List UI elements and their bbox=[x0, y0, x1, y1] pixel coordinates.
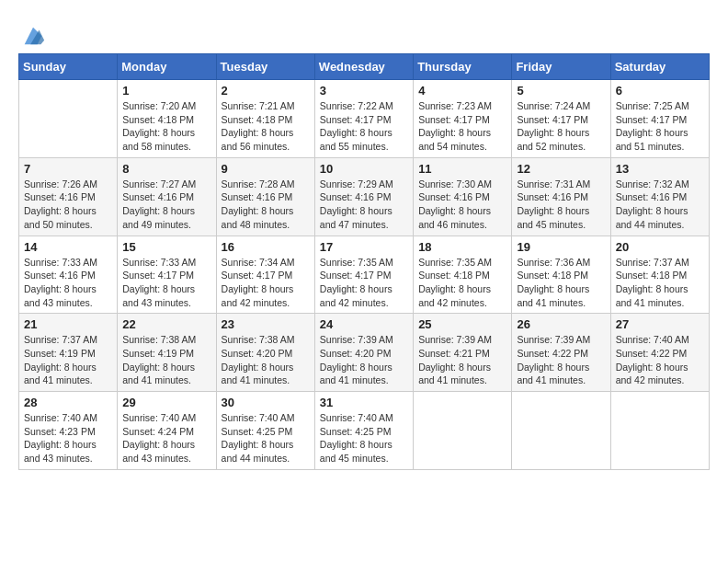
day-info: Sunrise: 7:38 AMSunset: 4:20 PMDaylight:… bbox=[222, 333, 310, 387]
calendar-cell: 29Sunrise: 7:40 AMSunset: 4:24 PMDayligh… bbox=[118, 392, 216, 470]
day-number: 8 bbox=[122, 162, 210, 176]
calendar-cell: 5Sunrise: 7:24 AMSunset: 4:17 PMDaylight… bbox=[512, 80, 610, 158]
day-number: 31 bbox=[320, 396, 408, 409]
day-number: 12 bbox=[517, 162, 605, 176]
calendar-cell: 27Sunrise: 7:40 AMSunset: 4:22 PMDayligh… bbox=[610, 314, 709, 392]
day-info: Sunrise: 7:30 AMSunset: 4:16 PMDaylight:… bbox=[418, 178, 506, 232]
day-info: Sunrise: 7:26 AMSunset: 4:16 PMDaylight:… bbox=[24, 178, 112, 232]
day-number: 11 bbox=[418, 162, 506, 176]
day-info: Sunrise: 7:40 AMSunset: 4:22 PMDaylight:… bbox=[616, 333, 704, 387]
weekday-header: Wednesday bbox=[314, 54, 413, 80]
calendar-cell: 30Sunrise: 7:40 AMSunset: 4:25 PMDayligh… bbox=[216, 392, 314, 470]
day-number: 7 bbox=[24, 162, 112, 176]
calendar-cell: 25Sunrise: 7:39 AMSunset: 4:21 PMDayligh… bbox=[414, 314, 512, 392]
day-info: Sunrise: 7:40 AMSunset: 4:25 PMDaylight:… bbox=[222, 411, 310, 465]
day-number: 27 bbox=[616, 317, 704, 331]
day-number: 25 bbox=[418, 317, 506, 331]
day-info: Sunrise: 7:39 AMSunset: 4:20 PMDaylight:… bbox=[320, 333, 408, 387]
calendar-week-row: 14Sunrise: 7:33 AMSunset: 4:16 PMDayligh… bbox=[19, 236, 710, 314]
calendar-cell: 24Sunrise: 7:39 AMSunset: 4:20 PMDayligh… bbox=[314, 314, 413, 392]
calendar-cell: 12Sunrise: 7:31 AMSunset: 4:16 PMDayligh… bbox=[512, 157, 610, 236]
calendar-cell: 20Sunrise: 7:37 AMSunset: 4:18 PMDayligh… bbox=[610, 236, 709, 314]
calendar-cell: 21Sunrise: 7:37 AMSunset: 4:19 PMDayligh… bbox=[19, 314, 118, 392]
calendar-cell: 18Sunrise: 7:35 AMSunset: 4:18 PMDayligh… bbox=[414, 236, 512, 314]
calendar-cell: 22Sunrise: 7:38 AMSunset: 4:19 PMDayligh… bbox=[118, 314, 216, 392]
day-number: 14 bbox=[24, 240, 112, 254]
day-number: 10 bbox=[320, 162, 408, 176]
day-info: Sunrise: 7:27 AMSunset: 4:16 PMDaylight:… bbox=[122, 178, 210, 232]
day-number: 2 bbox=[222, 84, 310, 98]
day-number: 24 bbox=[320, 317, 408, 331]
day-info: Sunrise: 7:39 AMSunset: 4:21 PMDaylight:… bbox=[418, 333, 506, 387]
calendar-week-row: 28Sunrise: 7:40 AMSunset: 4:23 PMDayligh… bbox=[19, 392, 710, 470]
day-number: 30 bbox=[222, 396, 310, 409]
calendar-cell: 10Sunrise: 7:29 AMSunset: 4:16 PMDayligh… bbox=[314, 157, 413, 236]
calendar-cell: 23Sunrise: 7:38 AMSunset: 4:20 PMDayligh… bbox=[216, 314, 314, 392]
weekday-header: Sunday bbox=[19, 54, 118, 80]
day-info: Sunrise: 7:29 AMSunset: 4:16 PMDaylight:… bbox=[320, 178, 408, 232]
day-info: Sunrise: 7:25 AMSunset: 4:17 PMDaylight:… bbox=[616, 99, 704, 154]
day-number: 1 bbox=[122, 84, 210, 98]
calendar-table: SundayMondayTuesdayWednesdayThursdayFrid… bbox=[18, 53, 710, 470]
calendar-cell: 14Sunrise: 7:33 AMSunset: 4:16 PMDayligh… bbox=[19, 236, 118, 314]
weekday-header: Saturday bbox=[610, 54, 709, 80]
logo bbox=[18, 23, 46, 44]
calendar-cell: 6Sunrise: 7:25 AMSunset: 4:17 PMDaylight… bbox=[610, 80, 709, 158]
day-info: Sunrise: 7:32 AMSunset: 4:16 PMDaylight:… bbox=[616, 178, 704, 232]
day-info: Sunrise: 7:28 AMSunset: 4:16 PMDaylight:… bbox=[222, 178, 310, 232]
day-info: Sunrise: 7:36 AMSunset: 4:18 PMDaylight:… bbox=[517, 256, 605, 310]
calendar-week-row: 21Sunrise: 7:37 AMSunset: 4:19 PMDayligh… bbox=[19, 314, 710, 392]
calendar-cell: 28Sunrise: 7:40 AMSunset: 4:23 PMDayligh… bbox=[19, 392, 118, 470]
day-info: Sunrise: 7:40 AMSunset: 4:24 PMDaylight:… bbox=[122, 411, 210, 465]
day-number: 9 bbox=[222, 162, 310, 176]
calendar-cell: 13Sunrise: 7:32 AMSunset: 4:16 PMDayligh… bbox=[610, 157, 709, 236]
calendar-cell: 26Sunrise: 7:39 AMSunset: 4:22 PMDayligh… bbox=[512, 314, 610, 392]
day-number: 5 bbox=[517, 84, 605, 98]
day-number: 21 bbox=[24, 317, 112, 331]
calendar-cell: 3Sunrise: 7:22 AMSunset: 4:17 PMDaylight… bbox=[314, 80, 413, 158]
calendar-cell: 17Sunrise: 7:35 AMSunset: 4:17 PMDayligh… bbox=[314, 236, 413, 314]
logo-icon bbox=[20, 23, 46, 49]
day-number: 23 bbox=[222, 317, 310, 331]
day-number: 3 bbox=[320, 84, 408, 98]
calendar-cell bbox=[512, 392, 610, 470]
day-info: Sunrise: 7:39 AMSunset: 4:22 PMDaylight:… bbox=[517, 333, 605, 387]
day-info: Sunrise: 7:40 AMSunset: 4:25 PMDaylight:… bbox=[320, 411, 408, 465]
page-header bbox=[18, 18, 710, 44]
day-info: Sunrise: 7:33 AMSunset: 4:17 PMDaylight:… bbox=[122, 256, 210, 310]
calendar-cell: 15Sunrise: 7:33 AMSunset: 4:17 PMDayligh… bbox=[118, 236, 216, 314]
day-number: 13 bbox=[616, 162, 704, 176]
day-number: 6 bbox=[616, 84, 704, 98]
day-info: Sunrise: 7:37 AMSunset: 4:19 PMDaylight:… bbox=[24, 333, 112, 387]
day-number: 18 bbox=[418, 240, 506, 254]
day-number: 22 bbox=[122, 317, 210, 331]
day-info: Sunrise: 7:33 AMSunset: 4:16 PMDaylight:… bbox=[24, 256, 112, 310]
day-number: 28 bbox=[24, 396, 112, 409]
calendar-cell bbox=[19, 80, 118, 158]
calendar-cell bbox=[610, 392, 709, 470]
day-number: 29 bbox=[122, 396, 210, 409]
calendar-cell bbox=[414, 392, 512, 470]
day-info: Sunrise: 7:24 AMSunset: 4:17 PMDaylight:… bbox=[517, 99, 605, 154]
weekday-header: Monday bbox=[118, 54, 216, 80]
calendar-cell: 31Sunrise: 7:40 AMSunset: 4:25 PMDayligh… bbox=[314, 392, 413, 470]
calendar-cell: 1Sunrise: 7:20 AMSunset: 4:18 PMDaylight… bbox=[118, 80, 216, 158]
day-number: 17 bbox=[320, 240, 408, 254]
day-number: 16 bbox=[222, 240, 310, 254]
calendar-cell: 8Sunrise: 7:27 AMSunset: 4:16 PMDaylight… bbox=[118, 157, 216, 236]
day-info: Sunrise: 7:20 AMSunset: 4:18 PMDaylight:… bbox=[122, 99, 210, 154]
weekday-header: Thursday bbox=[414, 54, 512, 80]
calendar-week-row: 7Sunrise: 7:26 AMSunset: 4:16 PMDaylight… bbox=[19, 157, 710, 236]
day-number: 4 bbox=[418, 84, 506, 98]
weekday-header: Tuesday bbox=[216, 54, 314, 80]
calendar-cell: 16Sunrise: 7:34 AMSunset: 4:17 PMDayligh… bbox=[216, 236, 314, 314]
day-info: Sunrise: 7:34 AMSunset: 4:17 PMDaylight:… bbox=[222, 256, 310, 310]
calendar-cell: 19Sunrise: 7:36 AMSunset: 4:18 PMDayligh… bbox=[512, 236, 610, 314]
weekday-header: Friday bbox=[512, 54, 610, 80]
day-info: Sunrise: 7:22 AMSunset: 4:17 PMDaylight:… bbox=[320, 99, 408, 154]
day-info: Sunrise: 7:37 AMSunset: 4:18 PMDaylight:… bbox=[616, 256, 704, 310]
calendar-cell: 2Sunrise: 7:21 AMSunset: 4:18 PMDaylight… bbox=[216, 80, 314, 158]
day-number: 26 bbox=[517, 317, 605, 331]
day-info: Sunrise: 7:35 AMSunset: 4:18 PMDaylight:… bbox=[418, 256, 506, 310]
calendar-cell: 11Sunrise: 7:30 AMSunset: 4:16 PMDayligh… bbox=[414, 157, 512, 236]
